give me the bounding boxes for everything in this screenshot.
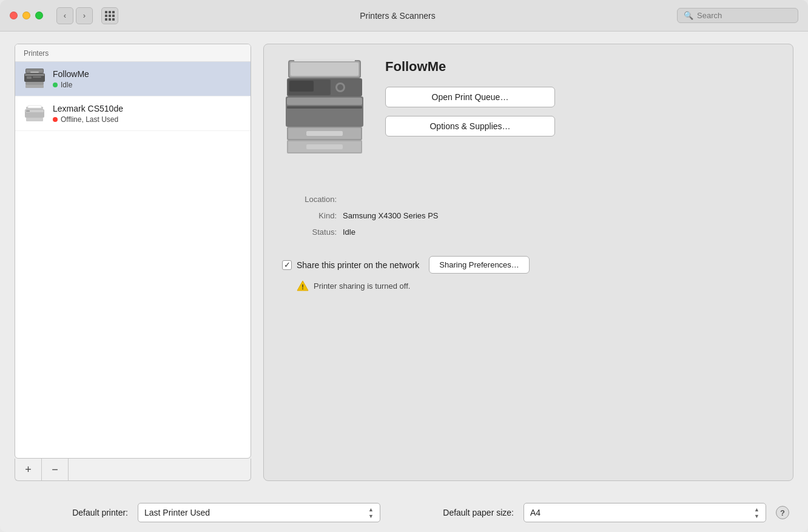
printer-info-followme: FollowMe Idle bbox=[53, 69, 89, 89]
printer-thumb-followme bbox=[22, 68, 47, 90]
status-label: Status: bbox=[282, 227, 337, 237]
printers-panel: Printers bbox=[15, 44, 251, 459]
main-content: Printers bbox=[0, 32, 808, 493]
default-printer-label: Default printer: bbox=[19, 508, 128, 517]
printer-status-text-lexmark: Offline, Last Used bbox=[61, 115, 118, 124]
default-printer-select[interactable]: Last Printer Used ▲ ▼ bbox=[138, 503, 380, 522]
status-value: Idle bbox=[343, 227, 355, 237]
open-print-queue-button[interactable]: Open Print Queue… bbox=[385, 87, 555, 107]
svg-rect-6 bbox=[25, 82, 44, 85]
svg-rect-3 bbox=[25, 74, 44, 76]
share-label-text: Share this printer on the network bbox=[297, 260, 419, 270]
select-arrows-printer: ▲ ▼ bbox=[368, 507, 374, 519]
printer-thumb-lexmark bbox=[22, 103, 47, 124]
close-button[interactable] bbox=[10, 12, 18, 19]
sharing-preferences-button[interactable]: Sharing Preferences… bbox=[429, 256, 530, 274]
printer-info-lexmark: Lexmark CS510de Offline, Last Used bbox=[53, 104, 123, 124]
printer-large-image bbox=[282, 59, 367, 164]
svg-rect-11 bbox=[26, 110, 30, 112]
svg-rect-20 bbox=[289, 81, 314, 92]
default-paper-value: A4 bbox=[530, 508, 540, 517]
default-paper-row: Default paper size: A4 ▲ ▼ ? bbox=[405, 503, 789, 522]
share-checkbox[interactable]: ✓ bbox=[282, 260, 292, 270]
svg-rect-5 bbox=[33, 76, 41, 78]
status-row: Status: Idle bbox=[282, 227, 775, 237]
svg-rect-32 bbox=[294, 59, 355, 61]
maximize-button[interactable] bbox=[35, 12, 43, 19]
kind-value: Samsung X4300 Series PS bbox=[343, 211, 439, 220]
printers-header: Printers bbox=[15, 44, 251, 62]
search-input[interactable] bbox=[697, 11, 792, 20]
printer-detail-top: FollowMe Open Print Queue… Options & Sup… bbox=[282, 59, 775, 164]
printer-status-text-followme: Idle bbox=[61, 81, 72, 89]
back-button[interactable]: ‹ bbox=[56, 7, 73, 24]
warning-text: Printer sharing is turned off. bbox=[314, 281, 410, 291]
default-paper-select[interactable]: A4 ▲ ▼ bbox=[524, 503, 766, 522]
svg-rect-31 bbox=[306, 144, 343, 149]
detail-fields: Location: Kind: Samsung X4300 Series PS … bbox=[282, 195, 775, 244]
printer-status-lexmark: Offline, Last Used bbox=[53, 115, 123, 124]
printer-item-lexmark[interactable]: Lexmark CS510de Offline, Last Used bbox=[15, 96, 251, 131]
help-button[interactable]: ? bbox=[776, 506, 789, 519]
remove-printer-button[interactable]: − bbox=[42, 459, 69, 480]
add-printer-button[interactable]: + bbox=[15, 459, 42, 480]
search-icon: 🔍 bbox=[684, 11, 693, 20]
sidebar: Printers bbox=[15, 44, 251, 481]
printers-list: FollowMe Idle bbox=[15, 62, 251, 458]
svg-rect-8 bbox=[30, 72, 39, 73]
default-printer-row: Default printer: Last Printer Used ▲ ▼ bbox=[19, 503, 380, 522]
printer-icon-laser bbox=[23, 103, 46, 124]
kind-label: Kind: bbox=[282, 211, 337, 220]
svg-point-22 bbox=[337, 84, 343, 90]
checkmark-icon: ✓ bbox=[284, 260, 291, 269]
share-checkbox-label[interactable]: ✓ Share this printer on the network bbox=[282, 260, 419, 270]
kind-row: Kind: Samsung X4300 Series PS bbox=[282, 211, 775, 220]
minimize-button[interactable] bbox=[22, 12, 30, 19]
svg-rect-30 bbox=[306, 131, 343, 136]
status-dot-followme bbox=[53, 82, 58, 87]
titlebar: ‹ › Printers & Scanners 🔍 bbox=[0, 0, 808, 32]
grid-view-button[interactable] bbox=[101, 7, 118, 24]
window-title: Printers & Scanners bbox=[124, 11, 671, 21]
svg-rect-17 bbox=[291, 62, 359, 76]
main-window: ‹ › Printers & Scanners 🔍 Printers bbox=[0, 0, 808, 532]
select-arrows-paper: ▲ ▼ bbox=[754, 507, 759, 519]
default-printer-value: Last Printer Used bbox=[144, 508, 210, 517]
status-dot-lexmark bbox=[53, 117, 58, 122]
sidebar-footer: + − bbox=[15, 459, 251, 481]
printer-status-followme: Idle bbox=[53, 81, 89, 89]
svg-rect-24 bbox=[287, 98, 362, 105]
sharing-section: ✓ Share this printer on the network Shar… bbox=[282, 256, 775, 274]
default-paper-label: Default paper size: bbox=[405, 508, 514, 517]
bottom-bar: Default printer: Last Printer Used ▲ ▼ D… bbox=[0, 493, 808, 532]
location-row: Location: bbox=[282, 195, 775, 204]
printer-large-svg bbox=[282, 59, 367, 162]
detail-printer-name: FollowMe bbox=[385, 59, 775, 75]
printer-icon-mfp bbox=[23, 69, 46, 89]
grid-icon bbox=[105, 11, 115, 21]
traffic-lights bbox=[10, 12, 43, 19]
warning-icon: ! bbox=[297, 280, 309, 292]
location-label: Location: bbox=[282, 195, 337, 204]
right-panel: FollowMe Open Print Queue… Options & Sup… bbox=[263, 44, 793, 481]
svg-rect-14 bbox=[28, 106, 41, 108]
warning-row: ! Printer sharing is turned off. bbox=[297, 280, 775, 292]
printer-item-followme[interactable]: FollowMe Idle bbox=[15, 62, 251, 96]
options-supplies-button[interactable]: Options & Supplies… bbox=[385, 116, 555, 136]
forward-button[interactable]: › bbox=[76, 7, 93, 24]
svg-rect-7 bbox=[25, 85, 44, 88]
svg-text:!: ! bbox=[301, 283, 304, 291]
search-box[interactable]: 🔍 bbox=[677, 8, 798, 23]
printer-name-followme: FollowMe bbox=[53, 69, 89, 79]
printer-name-lexmark: Lexmark CS510de bbox=[53, 104, 123, 113]
svg-rect-25 bbox=[287, 106, 362, 109]
svg-rect-4 bbox=[27, 76, 32, 79]
nav-buttons: ‹ › bbox=[56, 7, 93, 24]
printer-detail-info: FollowMe Open Print Queue… Options & Sup… bbox=[385, 59, 775, 136]
svg-rect-12 bbox=[26, 118, 43, 121]
